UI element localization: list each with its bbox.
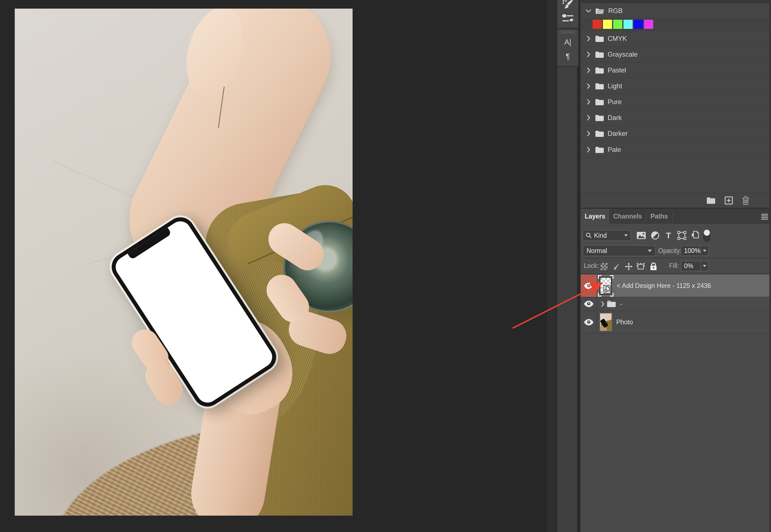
swatches-panel: RGB CMYK Grayscale: [581, 0, 771, 208]
swatch-folder-label: Darker: [608, 130, 628, 137]
fill-field[interactable]: 0%: [681, 261, 709, 271]
rgb-swatch-row: [581, 18, 771, 31]
chevron-right-icon[interactable]: [601, 301, 604, 307]
dock-grip-handle[interactable]: [557, 30, 579, 34]
layer-thumbnail-photo[interactable]: [600, 313, 612, 331]
folder-icon: [595, 130, 604, 137]
search-icon: [586, 232, 592, 239]
filter-pixel-layers-icon[interactable]: [636, 230, 647, 241]
lock-image-brush-icon[interactable]: [611, 261, 622, 272]
swatch-folder-light[interactable]: Light: [581, 78, 771, 94]
filter-type-layers-icon[interactable]: T: [663, 230, 674, 241]
folder-open-icon: [595, 7, 604, 14]
tab-layers[interactable]: Layers: [581, 209, 609, 224]
swatch-folder-label: Light: [608, 82, 622, 90]
filter-smart-objects-icon[interactable]: [690, 230, 701, 241]
right-panels-column: RGB CMYK Grayscale: [580, 0, 771, 532]
kind-filter-value: Kind: [594, 232, 624, 239]
paragraph-panel-icon[interactable]: ¶: [557, 50, 579, 62]
filter-adjustment-layers-icon[interactable]: [650, 230, 661, 241]
selection-corner: [598, 293, 602, 297]
layer-name[interactable]: < Add Design Here - 1125 x 2436: [617, 282, 711, 290]
delete-trash-icon[interactable]: [742, 196, 750, 205]
filter-shape-layers-icon[interactable]: [676, 230, 687, 241]
panel-gutter: [547, 0, 557, 532]
layer-row-group[interactable]: -: [581, 297, 771, 311]
swatch-folder-pure[interactable]: Pure: [581, 94, 771, 110]
layer-row-photo[interactable]: Photo: [581, 311, 771, 334]
tab-paths-label: Paths: [650, 213, 668, 220]
swatch-folder-darker[interactable]: Darker: [581, 126, 771, 141]
blend-mode-row: Normal Opacity: 100%: [581, 242, 771, 258]
folder-icon: [595, 83, 604, 89]
lock-artboard-nesting-icon[interactable]: [635, 261, 646, 272]
swatch-folder-label: Pastel: [608, 66, 626, 74]
swatch-cyan[interactable]: [624, 20, 633, 29]
swatches-panel-top-edge: [581, 0, 771, 3]
lock-all-icon[interactable]: [648, 261, 659, 272]
swatch-folder-cmyk[interactable]: CMYK: [581, 31, 771, 46]
chevron-right-icon: [587, 147, 590, 153]
blend-mode-dropdown[interactable]: Normal: [583, 245, 656, 256]
tab-paths[interactable]: Paths: [646, 209, 672, 224]
new-swatch-plus-icon[interactable]: [725, 196, 733, 205]
eye-icon: [584, 319, 594, 325]
tab-channels-label: Channels: [613, 213, 642, 220]
opacity-field[interactable]: 100%: [681, 245, 709, 256]
layer-thumbnail-smart-object[interactable]: [599, 276, 613, 296]
opacity-value: 100%: [681, 247, 700, 255]
chevron-right-icon: [587, 67, 590, 73]
swatch-folder-label: Pale: [608, 146, 621, 154]
swatch-folder-dark[interactable]: Dark: [581, 110, 771, 126]
blend-mode-value: Normal: [587, 247, 648, 255]
chevron-right-icon: [587, 99, 590, 105]
swatch-red[interactable]: [593, 20, 602, 29]
kind-filter-dropdown[interactable]: Kind: [582, 230, 631, 241]
chevron-right-icon: [587, 115, 590, 121]
layer-visibility-cell[interactable]: [581, 275, 597, 297]
layer-row-add-design-here[interactable]: < Add Design Here - 1125 x 2436: [581, 275, 771, 297]
fill-stepper[interactable]: [700, 261, 708, 271]
lock-position-icon[interactable]: [623, 261, 634, 272]
swatch-folder-label: Dark: [608, 114, 622, 122]
swatch-blue[interactable]: [634, 20, 643, 29]
swatch-group-rgb[interactable]: RGB: [581, 3, 771, 18]
canvas-photo-mockup: [15, 9, 352, 516]
panel-menu-icon[interactable]: [761, 214, 768, 220]
lock-row: Lock: Fill: 0%: [581, 259, 771, 274]
lock-transparency-icon[interactable]: [599, 261, 610, 272]
swatch-folder-grayscale[interactable]: Grayscale: [581, 46, 771, 62]
collapsed-panels-dock: A| ¶: [557, 0, 579, 532]
new-group-folder-icon[interactable]: [707, 197, 716, 204]
tab-divider: [672, 211, 673, 222]
layers-panel: Layers Channels Paths Kind: [581, 208, 771, 532]
chevron-right-icon: [587, 51, 590, 57]
character-panel-icon[interactable]: A|: [557, 36, 579, 48]
layer-visibility-cell[interactable]: [581, 297, 597, 310]
tab-channels[interactable]: Channels: [609, 209, 646, 224]
folder-icon: [595, 51, 604, 58]
layers-panel-tabbar: Layers Channels Paths: [581, 209, 771, 224]
filter-toggle-switch[interactable]: [702, 228, 711, 243]
swatch-folder-pale[interactable]: Pale: [581, 141, 771, 157]
swatch-magenta[interactable]: [644, 20, 653, 29]
swatch-green[interactable]: [613, 20, 622, 29]
eye-icon: [584, 301, 594, 307]
layer-name[interactable]: -: [620, 300, 622, 308]
layer-visibility-cell[interactable]: [581, 311, 597, 333]
folder-icon: [595, 99, 604, 105]
swatches-toolbar: [581, 193, 771, 208]
brush-settings-icon[interactable]: [557, 0, 579, 11]
group-folder-icon: [607, 300, 616, 307]
layer-name[interactable]: Photo: [616, 318, 633, 326]
folder-icon: [595, 114, 604, 121]
swatch-yellow[interactable]: [603, 20, 612, 29]
swatch-folder-pastel[interactable]: Pastel: [581, 62, 771, 78]
brushes-icon[interactable]: [557, 12, 579, 25]
chevron-down-icon: [703, 265, 706, 267]
transparent-checkerboard-thumb: [600, 277, 612, 295]
chevron-down-icon: [585, 9, 592, 13]
opacity-stepper[interactable]: [700, 246, 708, 255]
chevron-right-icon: [587, 83, 590, 89]
folder-icon: [595, 146, 604, 153]
